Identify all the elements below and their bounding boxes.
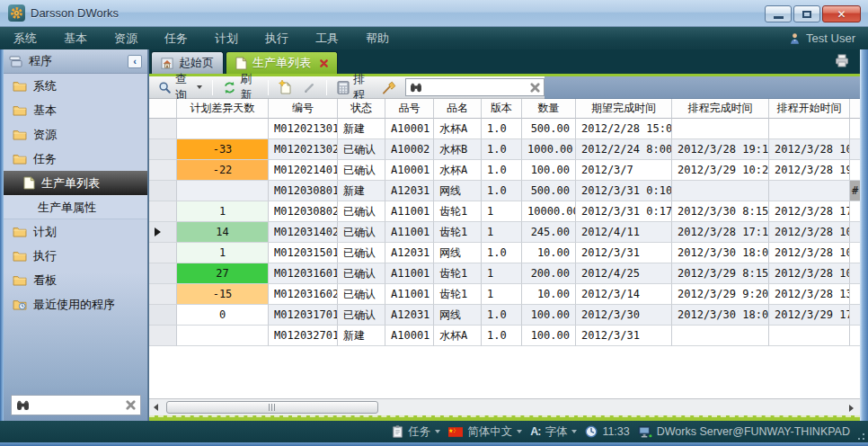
cell-expected-time[interactable]: 2012/3/31 (576, 326, 672, 346)
cell-qty[interactable]: 1000.00 (522, 139, 576, 160)
printer-icon[interactable] (835, 54, 849, 67)
minimize-button[interactable] (765, 5, 792, 22)
cell-plan-diff-days[interactable]: 1 (177, 201, 269, 222)
cell-qty[interactable]: 100.00 (522, 160, 576, 181)
cell-part-name[interactable]: 网线 (434, 305, 482, 326)
column-header-1[interactable]: 编号 (269, 99, 338, 119)
menu-item-6[interactable]: 工具 (302, 27, 352, 49)
sidebar-item-7[interactable]: 执行 (4, 244, 147, 268)
row-selector[interactable] (149, 326, 177, 346)
sidebar-item-9[interactable]: 最近使用的程序 (4, 292, 147, 317)
scroll-left-button[interactable] (149, 400, 163, 415)
cell-order-no[interactable]: M012031601 (269, 263, 338, 284)
cell-expected-time[interactable]: 2012/4/11 (576, 222, 672, 243)
close-button[interactable]: ✕ (822, 5, 861, 22)
column-header-8[interactable]: 排程完成时间 (672, 99, 769, 119)
cell-part-name[interactable]: 水杯A (434, 119, 482, 139)
cell-expected-time[interactable]: 2012/2/28 15:00 (576, 119, 672, 139)
cell-part-name[interactable]: 水杯A (434, 160, 482, 181)
scrollbar-thumb[interactable] (166, 401, 378, 414)
cell-expected-time[interactable]: 2012/3/14 (576, 284, 672, 305)
cell-expected-time[interactable]: 2012/3/31 0:17 (576, 201, 672, 222)
cell-part-no[interactable]: A11001 (385, 263, 434, 284)
cell-plan-diff-days[interactable] (177, 326, 269, 346)
cell-plan-diff-days[interactable]: 27 (177, 263, 269, 284)
column-header-4[interactable]: 品名 (434, 99, 482, 119)
cell-status[interactable]: 已确认 (338, 160, 385, 181)
cell-version[interactable]: 1.0 (482, 181, 522, 201)
cell-qty[interactable]: 10.00 (522, 284, 576, 305)
cell-status[interactable]: 已确认 (338, 139, 385, 160)
table-row[interactable]: 14M012031402已确认A11001齿轮11245.002012/4/11… (149, 222, 860, 243)
column-header-3[interactable]: 品号 (385, 99, 434, 119)
cell-part-no[interactable]: A11001 (385, 222, 434, 243)
row-selector[interactable] (149, 305, 177, 326)
cell-version[interactable]: 1 (482, 284, 522, 305)
cell-expected-time[interactable]: 2012/2/24 8:00 (576, 139, 672, 160)
tab-close-icon[interactable] (320, 59, 328, 67)
table-row[interactable]: -15M012031602已确认A11001齿轮1110.002012/3/14… (149, 284, 860, 305)
cell-plan-diff-days[interactable] (177, 119, 269, 139)
cell-sched-finish-time[interactable]: 2012/3/30 18:00 (672, 305, 769, 326)
menu-item-7[interactable]: 帮助 (352, 27, 403, 49)
cell-sched-finish-time[interactable]: 2012/3/30 18:00 (672, 243, 769, 263)
row-selector[interactable] (149, 222, 177, 243)
cell-sched-finish-time[interactable]: 2012/3/29 8:15 (672, 263, 769, 284)
cell-sched-start-time[interactable] (769, 119, 850, 139)
table-row[interactable]: 0M012031701已确认A12031网线1.0100.002012/3/30… (149, 305, 860, 326)
cell-version[interactable]: 1.0 (482, 119, 522, 139)
menu-item-2[interactable]: 资源 (101, 27, 151, 49)
cell-sched-start-time[interactable] (769, 181, 850, 201)
cell-sched-finish-time[interactable] (672, 119, 769, 139)
cell-order-no[interactable]: M012032701 (269, 326, 338, 346)
menu-item-0[interactable]: 系统 (0, 27, 50, 49)
table-row[interactable]: 27M012031601已确认A11001齿轮11200.002012/4/25… (149, 263, 860, 284)
cell-sched-start-time[interactable]: 2012/3/28 17:13 (769, 201, 850, 222)
cell-qty[interactable]: 500.00 (522, 119, 576, 139)
cell-sched-finish-time[interactable]: 2012/3/28 19:10 (672, 139, 769, 160)
cell-plan-diff-days[interactable]: -22 (177, 160, 269, 181)
cell-version[interactable]: 1 (482, 263, 522, 284)
cell-order-no[interactable]: M012031402 (269, 222, 338, 243)
column-header-5[interactable]: 版本 (482, 99, 522, 119)
cell-part-name[interactable]: 齿轮1 (434, 222, 482, 243)
toolbar-filter-input[interactable] (426, 80, 527, 94)
sidebar-item-5[interactable]: 生产单属性 (4, 195, 147, 219)
table-row[interactable]: M012021301新建A10001水杯A1.0500.002012/2/28 … (149, 119, 860, 139)
menu-item-3[interactable]: 任务 (151, 27, 201, 49)
menu-item-4[interactable]: 计划 (201, 27, 252, 49)
horizontal-scrollbar[interactable] (149, 398, 860, 415)
status-tasks-button[interactable]: 任务 (392, 424, 440, 440)
menu-item-5[interactable]: 执行 (252, 27, 302, 49)
row-selector[interactable] (149, 181, 177, 201)
cell-status[interactable]: 已确认 (338, 305, 385, 326)
cell-qty[interactable]: 200.00 (522, 263, 576, 284)
cell-sched-finish-time[interactable]: 2012/3/30 8:15 (672, 201, 769, 222)
cell-status[interactable]: 新建 (338, 119, 385, 139)
cell-sched-finish-time[interactable]: 2012/3/29 10:20 (672, 160, 769, 181)
sidebar-search-input[interactable] (34, 398, 121, 413)
cell-part-no[interactable]: A10002 (385, 139, 434, 160)
cell-part-name[interactable]: 网线 (434, 181, 482, 201)
column-header-9[interactable]: 排程开始时间 (769, 99, 850, 119)
cell-part-name[interactable]: 水杯A (434, 326, 482, 346)
cell-expected-time[interactable]: 2012/4/25 (576, 263, 672, 284)
toolbar-filter-clear-icon[interactable] (530, 83, 540, 93)
cell-version[interactable]: 1.0 (482, 243, 522, 263)
cell-sched-start-time[interactable]: 2012/3/28 10:52 (769, 263, 850, 284)
status-font-button[interactable]: A: 字体 (530, 424, 577, 440)
cell-part-name[interactable]: 齿轮1 (434, 201, 482, 222)
row-selector[interactable] (149, 243, 177, 263)
row-selector[interactable] (149, 139, 177, 160)
sidebar-item-3[interactable]: 任务 (4, 147, 147, 171)
cell-qty[interactable]: 100.00 (522, 305, 576, 326)
cell-sched-start-time[interactable] (769, 326, 850, 346)
cell-qty[interactable]: 100.00 (522, 326, 576, 346)
cell-sched-start-time[interactable]: 2012/3/29 17:46 (769, 305, 850, 326)
sidebar-item-8[interactable]: 看板 (4, 268, 147, 292)
cell-plan-diff-days[interactable]: -15 (177, 284, 269, 305)
cell-status[interactable]: 已确认 (338, 222, 385, 243)
cell-status[interactable]: 已确认 (338, 263, 385, 284)
cell-sched-finish-time[interactable] (672, 326, 769, 346)
sidebar-collapse-button[interactable]: ‹ (128, 55, 142, 68)
